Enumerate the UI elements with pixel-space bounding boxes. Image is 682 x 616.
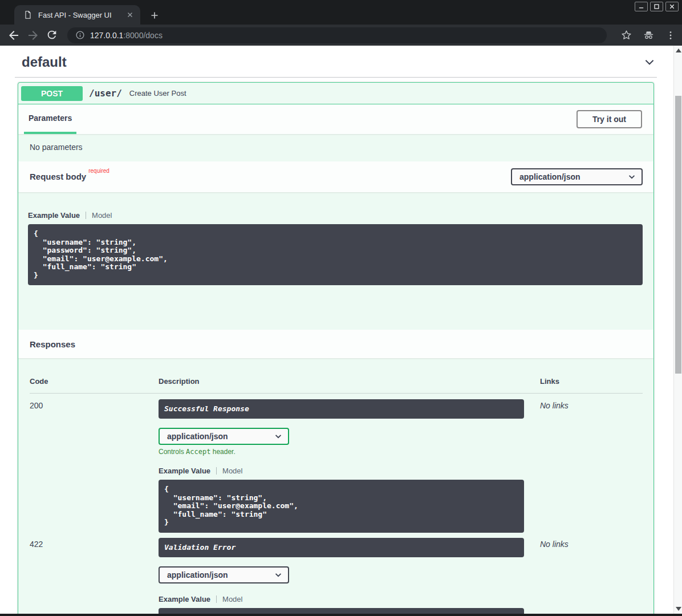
- controls-accept-note: Controls Accept header.: [159, 448, 524, 456]
- tag-divider: [15, 77, 657, 78]
- responses-title: Responses: [30, 339, 75, 349]
- browser-tab[interactable]: Fast API - Swagger UI: [14, 5, 140, 25]
- tab-strip: Fast API - Swagger UI: [0, 0, 682, 25]
- scrollbar-thumb[interactable]: [675, 96, 681, 374]
- example-model-tabs: Example Value Model: [159, 595, 524, 603]
- responses-table: Code Description Links 200 Successful Re…: [18, 358, 653, 614]
- reload-icon[interactable]: [46, 29, 59, 42]
- media-type-select-wrap: application/json Controls Accept header.: [159, 428, 524, 456]
- operation-description: Create User Post: [129, 89, 186, 98]
- address-bar[interactable]: 127.0.0.1:8000/docs: [67, 27, 607, 43]
- response-media-type-select[interactable]: application/json: [159, 428, 289, 445]
- selected-media-type: application/json: [519, 172, 580, 181]
- response-example-code: { "detail": [: [159, 608, 524, 614]
- response-code: 422: [30, 538, 159, 614]
- response-example-code: { "username": "string", "email": "user@e…: [159, 480, 524, 533]
- response-row-422: 422 Validation Error application/json: [30, 533, 643, 614]
- maximize-button[interactable]: [650, 2, 663, 11]
- tab-example-value[interactable]: Example Value: [159, 467, 210, 475]
- try-it-out-button[interactable]: Try it out: [577, 110, 642, 128]
- tab-model[interactable]: Model: [222, 595, 242, 603]
- response-description: Validation Error: [159, 538, 524, 557]
- window-bottom-border: [0, 614, 682, 616]
- site-info-icon[interactable]: [75, 30, 85, 40]
- close-button[interactable]: [665, 2, 679, 11]
- tab-close-icon[interactable]: [125, 10, 135, 19]
- selected-media-type: application/json: [167, 570, 228, 579]
- page-scrollbar[interactable]: [673, 46, 682, 614]
- request-body-media-type-select[interactable]: application/json: [511, 168, 643, 185]
- tab-separator: [86, 212, 86, 219]
- back-icon[interactable]: [7, 29, 21, 42]
- page-document-icon: [23, 10, 33, 19]
- column-links: Links: [540, 377, 643, 386]
- column-code: Code: [30, 377, 159, 386]
- response-code: 200: [30, 399, 159, 533]
- request-body-example-code: { "username": "string", "password": "str…: [28, 224, 643, 285]
- selected-media-type: application/json: [167, 432, 228, 441]
- browser-window: Fast API - Swagger UI: [0, 0, 682, 616]
- parameters-header: Parameters Try it out: [18, 104, 653, 134]
- chevron-down-icon: [274, 432, 283, 441]
- operation-summary[interactable]: POST /user/ Create User Post: [18, 83, 653, 104]
- request-body-title-wrap: Request bodyrequired: [30, 171, 109, 182]
- minimize-button[interactable]: [635, 2, 648, 11]
- tab-example-value[interactable]: Example Value: [159, 595, 210, 603]
- required-badge: required: [88, 168, 109, 174]
- scroll-up-arrow-icon[interactable]: [676, 48, 681, 52]
- tab-example-value[interactable]: Example Value: [28, 211, 80, 220]
- column-description: Description: [159, 377, 524, 386]
- response-links-cell: No links: [540, 538, 643, 614]
- url-text: 127.0.0.1:8000/docs: [90, 31, 163, 40]
- url-host: 127.0.0.1: [90, 31, 123, 40]
- responses-table-head: Code Description Links: [30, 377, 643, 394]
- chevron-down-icon[interactable]: [643, 56, 656, 68]
- request-body-header: Request bodyrequired application/json: [18, 161, 653, 192]
- chevron-down-icon: [274, 570, 283, 579]
- example-model-tabs: Example Value Model: [28, 211, 643, 220]
- response-links-cell: No links: [540, 399, 643, 533]
- response-description-cell: Successful Response application/json Con…: [159, 399, 524, 533]
- new-tab-button[interactable]: [147, 8, 162, 23]
- window-controls: [635, 2, 679, 11]
- example-model-tabs: Example Value Model: [159, 467, 524, 475]
- incognito-icon[interactable]: [642, 29, 655, 42]
- responses-header: Responses: [18, 330, 653, 358]
- request-body-section: Example Value Model { "username": "strin…: [18, 192, 653, 330]
- tab-separator: [216, 595, 217, 603]
- operation-path: /user/: [89, 88, 122, 99]
- url-path: :8000/docs: [123, 31, 163, 40]
- response-row-200: 200 Successful Response application/json: [30, 394, 643, 533]
- scroll-down-arrow-icon[interactable]: [676, 607, 681, 611]
- response-description: Successful Response: [159, 399, 524, 419]
- no-parameters-text: No parameters: [18, 134, 653, 161]
- tab-separator: [216, 467, 217, 475]
- tag-section-header[interactable]: default: [18, 46, 672, 71]
- tag-title[interactable]: default: [22, 54, 67, 70]
- response-description-cell: Validation Error application/json: [159, 538, 524, 614]
- swagger-page: default POST /user/ Create User Post Par…: [0, 46, 673, 614]
- bookmark-star-icon[interactable]: [620, 29, 632, 41]
- tab-model[interactable]: Model: [92, 211, 112, 220]
- forward-icon[interactable]: [26, 29, 40, 42]
- browser-toolbar: 127.0.0.1:8000/docs: [0, 25, 682, 46]
- media-type-select-wrap: application/json: [159, 566, 524, 583]
- browser-chrome: Fast API - Swagger UI: [0, 0, 682, 46]
- accept-header-code: Accept: [186, 448, 210, 456]
- no-links-text: No links: [540, 540, 569, 549]
- menu-dots-icon[interactable]: [665, 30, 676, 41]
- tab-parameters[interactable]: Parameters: [24, 104, 76, 134]
- chevron-down-icon: [627, 172, 636, 181]
- parameters-tab-label: Parameters: [29, 114, 72, 123]
- tab-model[interactable]: Model: [222, 467, 242, 475]
- method-badge: POST: [21, 86, 83, 101]
- opblock-post-user: POST /user/ Create User Post Parameters …: [18, 82, 654, 614]
- response-media-type-select[interactable]: application/json: [159, 566, 289, 583]
- tab-title: Fast API - Swagger UI: [38, 11, 125, 19]
- no-links-text: No links: [540, 401, 569, 410]
- toolbar-actions: [620, 25, 676, 46]
- spacer: [28, 285, 643, 330]
- request-body-title: Request body: [30, 172, 86, 182]
